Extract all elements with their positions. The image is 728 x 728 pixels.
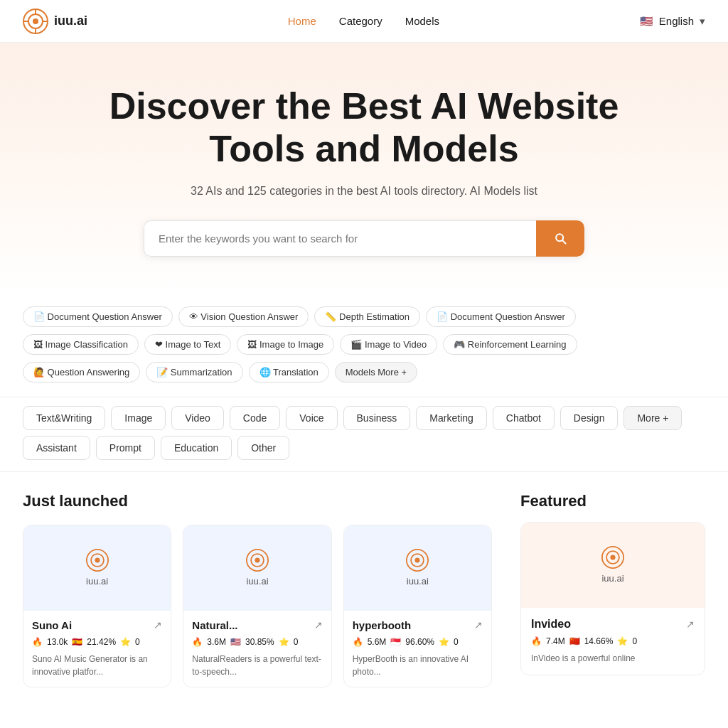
visits-hyperbooth: 5.6M (368, 637, 387, 647)
external-link-icon: ↗ (474, 619, 483, 631)
tag-models-more[interactable]: Models More + (335, 362, 417, 382)
stars-suno: 0 (135, 637, 140, 647)
card-title-suno: Suno Ai (32, 619, 72, 631)
svg-point-12 (255, 558, 259, 563)
card-domain-hyperbooth: iuu.ai (407, 576, 429, 587)
category-row-2: Assistant Prompt Education Other (23, 436, 705, 460)
tag-img-img[interactable]: 🖼 Image to Image (237, 334, 334, 355)
tag-summarization[interactable]: 📝 Summarization (146, 362, 242, 382)
svg-point-2 (33, 18, 38, 24)
tag-doc-qa-1[interactable]: 📄 Document Question Answer (23, 306, 173, 327)
tag-depth-est[interactable]: 📏 Depth Estimation (314, 306, 420, 327)
flag-suno: 🇪🇸 (72, 637, 82, 647)
card-logo-hyperbooth (406, 549, 429, 572)
tag-translation[interactable]: 🌐 Translation (249, 362, 329, 382)
cat-chatbot[interactable]: Chatbot (493, 406, 555, 430)
pct-natural: 30.85% (245, 637, 274, 647)
card-hyperbooth[interactable]: iuu.ai hyperbooth ↗ 🔥 5.6M 🇸🇬 96.60% ⭐ (343, 525, 492, 687)
chevron-down-icon: ▾ (700, 15, 705, 28)
tag-doc-qa-2[interactable]: 📄 Document Question Answer (426, 306, 576, 327)
tag-qa[interactable]: 🙋 Question Answering (23, 362, 140, 382)
cat-marketing[interactable]: Marketing (416, 406, 486, 430)
featured-ext-icon: ↗ (686, 619, 695, 630)
hero-section: Discover the Best AI Website Tools and M… (0, 43, 728, 292)
fire-icon: 🔥 (32, 637, 43, 647)
star-icon: ⭐ (120, 637, 131, 647)
category-row-1: Text&Writing Image Video Code Voice Busi… (23, 406, 705, 430)
card-natural[interactable]: iuu.ai Natural... ↗ 🔥 3.6M 🇺🇸 30.85% ⭐ (183, 525, 331, 687)
cat-more[interactable]: More + (623, 406, 682, 430)
card-title-hyperbooth: hyperbooth (353, 619, 412, 631)
nav-links: Home Category Models (288, 15, 439, 27)
flag-hyperbooth: 🇸🇬 (390, 637, 401, 647)
search-icon (553, 231, 567, 245)
svg-point-9 (95, 558, 100, 563)
nav-category[interactable]: Category (339, 15, 382, 27)
model-tags-row-3: 🙋 Question Answering 📝 Summarization 🌐 T… (23, 362, 705, 382)
language-selector[interactable]: 🇺🇸 English ▾ (640, 15, 705, 28)
card-suno-ai[interactable]: iuu.ai Suno Ai ↗ 🔥 13.0k 🇪🇸 21.42% ⭐ 0 (23, 525, 171, 687)
lang-label: English (659, 15, 694, 27)
featured-card-invideo[interactable]: iuu.ai Invideo ↗ 🔥 7.4M 🇨🇳 14.66% ⭐ 0 In… (520, 522, 705, 675)
tag-img-text[interactable]: ❤ Image to Text (144, 334, 231, 355)
external-link-icon: ↗ (154, 619, 162, 631)
logo-text: iuu.ai (54, 14, 87, 28)
fire-icon: 🔥 (192, 637, 203, 647)
fire-icon: 🔥 (353, 637, 363, 647)
featured-card-body: Invideo ↗ 🔥 7.4M 🇨🇳 14.66% ⭐ 0 InVideo i… (521, 608, 705, 675)
featured-thumb: iuu.ai (521, 523, 705, 608)
cat-design[interactable]: Design (560, 406, 619, 430)
featured-fire-icon: 🔥 (531, 636, 542, 646)
navbar: iuu.ai Home Category Models 🇺🇸 English ▾ (0, 0, 728, 43)
featured-visits: 7.4M (546, 636, 565, 646)
cat-voice[interactable]: Voice (286, 406, 337, 430)
cat-text-writing[interactable]: Text&Writing (23, 406, 105, 430)
card-desc-suno: Suno AI Music Generator is an innovative… (32, 653, 162, 678)
main-content: Just launched iuu.ai Suno (0, 472, 728, 707)
cat-code[interactable]: Code (230, 406, 280, 430)
model-tags-row: 📄 Document Question Answer 👁 Vision Ques… (23, 306, 705, 327)
featured-stars: 0 (632, 636, 637, 646)
just-launched-section: Just launched iuu.ai Suno (23, 492, 492, 687)
cat-business[interactable]: Business (343, 406, 411, 430)
featured-title: Featured (520, 492, 705, 510)
cat-prompt[interactable]: Prompt (96, 436, 155, 460)
hero-subtitle: 32 AIs and 125 categories in the best AI… (14, 185, 714, 198)
svg-point-15 (415, 558, 420, 563)
cat-assistant[interactable]: Assistant (23, 436, 90, 460)
featured-card-meta: 🔥 7.4M 🇨🇳 14.66% ⭐ 0 (531, 636, 695, 646)
logo-icon (23, 9, 48, 34)
search-button[interactable] (536, 220, 584, 257)
card-thumb-suno: iuu.ai (23, 525, 171, 611)
card-title-natural: Natural... (192, 619, 237, 631)
card-domain-suno: iuu.ai (86, 576, 108, 587)
featured-card-desc: InVideo is a powerful online (531, 652, 695, 665)
pct-suno: 21.42% (87, 637, 116, 647)
cat-education[interactable]: Education (161, 436, 232, 460)
nav-models[interactable]: Models (405, 15, 439, 27)
cards-grid: iuu.ai Suno Ai ↗ 🔥 13.0k 🇪🇸 21.42% ⭐ 0 (23, 525, 492, 687)
tag-img-class[interactable]: 🖼 Image Classification (23, 334, 139, 355)
nav-home[interactable]: Home (288, 15, 316, 27)
just-launched-title: Just launched (23, 492, 492, 510)
tag-vision-qa[interactable]: 👁 Vision Question Answer (178, 306, 309, 327)
cat-other[interactable]: Other (237, 436, 289, 460)
card-desc-hyperbooth: HyperBooth is an innovative AI photo... (353, 653, 483, 678)
logo-link[interactable]: iuu.ai (23, 9, 87, 34)
card-meta-suno: 🔥 13.0k 🇪🇸 21.42% ⭐ 0 (32, 637, 162, 647)
card-meta-hyperbooth: 🔥 5.6M 🇸🇬 96.60% ⭐ 0 (353, 637, 483, 647)
featured-domain: iuu.ai (601, 573, 623, 584)
search-input[interactable] (144, 220, 536, 257)
svg-point-18 (610, 555, 615, 560)
card-body-suno: Suno Ai ↗ 🔥 13.0k 🇪🇸 21.42% ⭐ 0 Suno AI … (23, 611, 171, 687)
featured-flag: 🇨🇳 (569, 636, 580, 646)
stars-hyperbooth: 0 (454, 637, 459, 647)
cat-video[interactable]: Video (171, 406, 224, 430)
tag-img-video[interactable]: 🎬 Image to Video (340, 334, 437, 355)
hero-title: Discover the Best AI Website Tools and M… (80, 85, 648, 171)
featured-card-title: Invideo (531, 618, 571, 631)
tag-rl[interactable]: 🎮 Reinforcement Learning (443, 334, 577, 355)
flag-icon: 🇺🇸 (640, 15, 653, 28)
cat-image[interactable]: Image (111, 406, 166, 430)
card-logo-suno (86, 549, 109, 572)
